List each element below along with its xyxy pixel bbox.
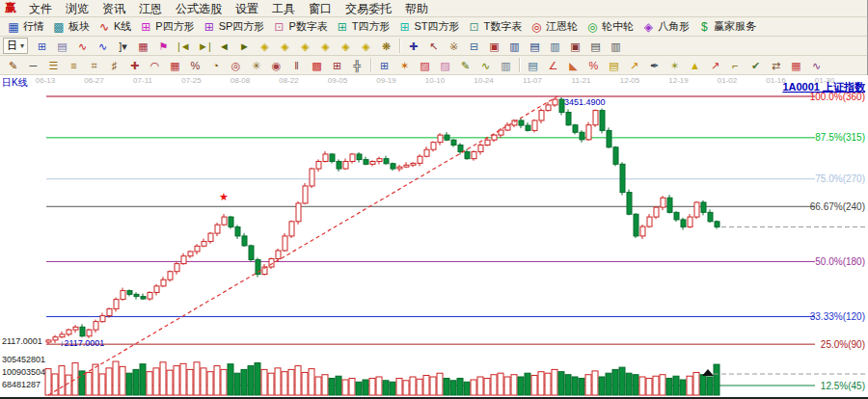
screen-red-tool-button[interactable]: ▨ — [415, 57, 435, 74]
sp-square-button[interactable]: ⊞SP四方形 — [199, 18, 269, 36]
gann-square-tool-button[interactable]: ≡ — [64, 57, 84, 74]
target-tool-button[interactable]: ◉ — [266, 57, 286, 74]
layout-tool-button[interactable]: ▤ — [523, 57, 543, 74]
menu-help[interactable]: 帮助 — [398, 1, 435, 16]
grid-deep-tool-button[interactable]: ▦ — [786, 57, 806, 74]
wheel-in-wheel-button[interactable]: ◎轮中轮 — [582, 18, 637, 36]
draw-dropdown-button[interactable]: ]▾ — [113, 38, 133, 55]
first-page-button[interactable]: |◄ — [174, 38, 194, 55]
pencil-tool-button[interactable]: ✎ — [3, 57, 23, 74]
spark-tool-button[interactable]: ✶ — [394, 57, 415, 74]
pan-down-button[interactable]: ◈ — [255, 38, 275, 55]
period-select[interactable]: 日▾ — [3, 38, 28, 54]
circle-tool-button[interactable]: ◎ — [226, 57, 246, 74]
next-candle-button[interactable]: ► — [234, 38, 255, 55]
bars-tool-button[interactable]: ‖ — [286, 57, 307, 74]
clock-tool-button[interactable]: ◔ — [205, 57, 226, 74]
note-icon: ▤ — [56, 40, 68, 53]
kline-chart[interactable]: 06-1306-2707-1107-2508-0808-2209-0509-19… — [0, 75, 868, 397]
menu-formula-stockpick[interactable]: 公式选股 — [169, 1, 229, 16]
pen-olive-tool-button[interactable]: ✎ — [455, 57, 475, 74]
menu-tools[interactable]: 工具 — [265, 1, 302, 16]
month-view-button[interactable]: ▥ — [545, 38, 565, 55]
angle-corner-tool-button[interactable]: ◣ — [563, 57, 583, 74]
hline-tool-button[interactable]: ─ — [23, 57, 43, 74]
split-tool-button[interactable]: ╬ — [347, 57, 367, 74]
menu-settings[interactable]: 设置 — [229, 1, 265, 16]
percent-tool-button[interactable]: % — [185, 57, 205, 74]
percent-red-tool-button[interactable]: % — [583, 57, 604, 74]
gann-grid-tool-button[interactable]: ☰ — [43, 57, 64, 74]
chart-area[interactable]: 06-1306-2707-1107-2508-0808-2209-0509-19… — [0, 75, 868, 397]
quotes-button[interactable]: ▦行情 — [3, 18, 48, 36]
menu-window[interactable]: 窗口 — [302, 1, 339, 16]
sectors-button[interactable]: ▩板块 — [48, 18, 94, 36]
angle-red-tool-button[interactable]: ∠ — [543, 57, 563, 74]
stats-button[interactable]: ※ — [444, 38, 464, 55]
print-preview-icon: ▥ — [610, 40, 622, 53]
menu-gann[interactable]: 江恩 — [132, 1, 169, 16]
gold-arrow-tool-button[interactable]: ↗ — [624, 57, 644, 74]
report-button[interactable]: ▥ — [504, 38, 525, 55]
menu-trade-order[interactable]: 交易委托 — [339, 1, 398, 16]
corner-tool-button[interactable]: ⌐ — [725, 57, 746, 74]
fib-lines-tool-button[interactable]: ⌗ — [84, 57, 104, 74]
volume-bar — [464, 382, 470, 395]
cross-tool-button[interactable]: ✚ — [124, 57, 145, 74]
candle-body — [330, 154, 335, 162]
kline-button[interactable]: ∿K线 — [94, 18, 135, 36]
menu-news[interactable]: 资讯 — [95, 1, 132, 16]
p-square-button[interactable]: ⊞P四方形 — [135, 18, 198, 36]
last-page-button[interactable]: ►| — [194, 38, 214, 55]
arc-tool-button[interactable]: ◠ — [145, 57, 165, 74]
triangle-yellow-tool-button[interactable]: ▲ — [685, 57, 705, 74]
zoom-in-button[interactable]: ◈ — [315, 38, 336, 55]
wave2-tool-button[interactable]: ∿ — [806, 57, 827, 74]
fan-tool-button[interactable]: ✶ — [665, 57, 685, 74]
pan-up-button[interactable]: ◈ — [275, 38, 295, 55]
formula-grid-button[interactable]: ▦ — [133, 38, 153, 55]
panel-gray-tool-button[interactable]: ▥ — [496, 57, 516, 74]
trend-red-button[interactable]: ∿ — [72, 38, 93, 55]
swap-tool-button[interactable]: ⇄ — [766, 57, 786, 74]
gold-grid-tool-button[interactable]: ▤ — [604, 57, 624, 74]
p-number-table-button[interactable]: ⊡P数字表 — [268, 18, 331, 36]
trend-blue-button[interactable]: ∿ — [93, 38, 113, 55]
list-view-button[interactable]: ▤ — [525, 38, 545, 55]
zoom-out-button[interactable]: ◈ — [295, 38, 315, 55]
grid-red-tool-button[interactable]: ▦ — [165, 57, 185, 74]
print-preview-button[interactable]: ▥ — [606, 38, 626, 55]
octagon-button[interactable]: ◈八角形 — [637, 18, 693, 36]
menu-browse[interactable]: 浏览 — [59, 1, 95, 16]
grid-blue-tool-button[interactable]: ⊞ — [374, 57, 394, 74]
print-button[interactable]: ▤ — [585, 38, 606, 55]
window-tool-button[interactable]: ⊞ — [327, 57, 347, 74]
note-button[interactable]: ▤ — [52, 38, 72, 55]
screen-pink-tool-button[interactable]: ▨ — [435, 57, 455, 74]
t-number-table-button[interactable]: ⊡T数字表 — [464, 18, 527, 36]
check-tool-button[interactable]: ✔ — [746, 57, 766, 74]
save-button[interactable]: ▣ — [565, 38, 585, 55]
crosshair-button[interactable]: ✚ — [403, 38, 423, 55]
wave-tool-button[interactable]: ∿ — [475, 57, 496, 74]
st-square-button[interactable]: ⊞ST四方形 — [393, 18, 463, 36]
burst-tool-button[interactable]: ✳ — [246, 57, 266, 74]
t-square-button[interactable]: ⊞T四方形 — [332, 18, 394, 36]
alert-button[interactable]: ❋ — [376, 38, 396, 55]
prev-candle-button[interactable]: ◄ — [214, 38, 234, 55]
rise-tool-button[interactable]: ↗ — [705, 57, 725, 74]
screen-tool-button[interactable]: ▩ — [307, 57, 327, 74]
panel-button[interactable]: ▣ — [484, 38, 504, 55]
pan-right-button[interactable]: ◈ — [356, 38, 376, 55]
pointer-button[interactable]: ↖ — [423, 38, 444, 55]
flag-button[interactable]: ⚑ — [153, 38, 174, 55]
menu-file[interactable]: 文件 — [22, 1, 59, 16]
stock-list-button[interactable]: ⊞ — [32, 38, 52, 55]
fib-fan-tool-button[interactable]: ♯ — [104, 57, 124, 74]
ink-pen-tool-button[interactable]: ✒ — [644, 57, 665, 74]
volume-bar — [390, 382, 395, 395]
calendar-button[interactable]: ⊟ — [464, 38, 484, 55]
pan-left-button[interactable]: ◈ — [336, 38, 356, 55]
winner-service-button[interactable]: $赢家服务 — [693, 18, 760, 36]
gann-wheel-button[interactable]: ◎江恩轮 — [526, 18, 582, 36]
